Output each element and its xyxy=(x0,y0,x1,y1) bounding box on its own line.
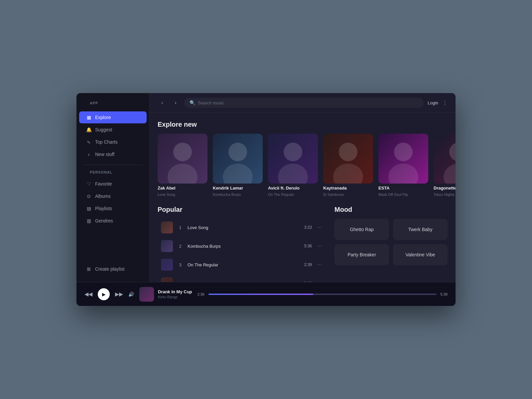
playlists-icon: ▤ xyxy=(86,205,92,211)
artist-name-5: ESTA xyxy=(378,186,428,191)
explore-icon: ▦ xyxy=(86,114,92,120)
track-num-2: 2 xyxy=(177,244,184,249)
top-charts-icon: ∿ xyxy=(86,139,92,145)
progress-fill xyxy=(208,294,313,295)
artist-name-3: Avicii ft. Derulo xyxy=(268,186,318,191)
sidebar-item-playlists[interactable]: ▤Playlists xyxy=(79,202,147,214)
artist-card-6[interactable]: Dragonette Tokyo Nights xyxy=(434,134,456,197)
track-thumb-3 xyxy=(161,259,173,271)
create-playlist-icon: ⊞ xyxy=(86,266,92,272)
artist-cards: Zak Abel Love Song Kendrik Lamar Kombuch… xyxy=(158,134,448,197)
svg-point-7 xyxy=(333,164,363,184)
track-thumb-4 xyxy=(161,277,173,282)
track-more-btn-3[interactable]: ⋯ xyxy=(316,261,323,268)
artist-image-5 xyxy=(378,134,428,184)
search-bar: 🔍 xyxy=(184,98,424,108)
popular-section-title: Popular xyxy=(158,206,327,213)
popular-column: Popular 1 Love Song 3:23 ⋯ 2 Kombucha Bu… xyxy=(158,206,327,282)
track-item-1[interactable]: 1 Love Song 3:23 ⋯ xyxy=(158,219,327,236)
artist-card-3[interactable]: Avicii ft. Derulo On The Regular xyxy=(268,134,318,197)
artist-name-6: Dragonette xyxy=(434,186,456,191)
svg-point-1 xyxy=(168,164,198,184)
artist-card-5[interactable]: ESTA Mask Off Soul Flip xyxy=(378,134,428,197)
albums-icon: ⊙ xyxy=(86,193,92,199)
artist-card-4[interactable]: Kaytranada El Sambroso xyxy=(323,134,373,197)
mood-card-party-breaker[interactable]: Party Breaker xyxy=(334,244,389,265)
next-button[interactable]: ▶▶ xyxy=(115,291,123,297)
player-bar: ◀◀ ▶ ▶▶ 🔊 Drank In My Cup Kirko Bangz 2:… xyxy=(76,282,456,306)
artist-song-1: Love Song xyxy=(158,193,207,197)
sidebar-item-gendres[interactable]: ▥Gendres xyxy=(79,215,147,227)
sidebar-label-playlists: Playlists xyxy=(95,206,112,211)
svg-point-6 xyxy=(339,143,357,161)
track-item-4[interactable]: 4 El Sambroso 3:26 ⋯ xyxy=(158,275,327,282)
track-duration-2: 5:36 xyxy=(304,244,312,248)
svg-point-4 xyxy=(284,143,302,161)
track-name-3: On The Regular xyxy=(188,262,300,267)
volume-icon[interactable]: 🔊 xyxy=(128,292,134,297)
sidebar-label-albums: Albums xyxy=(95,194,111,199)
main-area: App ▦Explore🔔Suggest∿Top Charts♪New stuf… xyxy=(76,93,456,282)
favorite-icon: ♡ xyxy=(86,181,92,187)
mood-column: Mood Ghetto RapTwerk BabyParty BreakerVa… xyxy=(334,206,448,282)
track-num-1: 1 xyxy=(177,225,184,230)
suggest-icon: 🔔 xyxy=(86,127,92,133)
sidebar-item-top-charts[interactable]: ∿Top Charts xyxy=(79,136,147,148)
sidebar-label-suggest: Suggest xyxy=(95,127,112,132)
sidebar-item-explore[interactable]: ▦Explore xyxy=(79,111,147,123)
track-item-3[interactable]: 3 On The Regular 2:39 ⋯ xyxy=(158,256,327,273)
track-thumb-1 xyxy=(161,221,173,233)
artist-image-6 xyxy=(434,134,456,184)
explore-section-title: Explore new xyxy=(158,121,448,128)
sidebar-item-albums[interactable]: ⊙Albums xyxy=(79,190,147,202)
artist-image-4 xyxy=(323,134,373,184)
sidebar-label-top-charts: Top Charts xyxy=(95,139,118,145)
sidebar-label-favorite: Favorite xyxy=(95,181,112,187)
prev-button[interactable]: ◀◀ xyxy=(84,291,92,297)
artist-image-3 xyxy=(268,134,318,184)
artist-name-4: Kaytranada xyxy=(323,186,373,191)
track-item-2[interactable]: 2 Kombucha Burps 5:36 ⋯ xyxy=(158,237,327,255)
play-button[interactable]: ▶ xyxy=(98,288,110,300)
search-input[interactable] xyxy=(198,100,418,105)
create-playlist-button[interactable]: ⊞ Create playlist xyxy=(79,263,147,275)
now-playing-title: Drank In My Cup xyxy=(158,289,192,294)
login-button[interactable]: Login xyxy=(428,100,438,105)
now-playing-artist: Kirko Bangz xyxy=(158,295,192,299)
svg-point-5 xyxy=(278,164,308,184)
sidebar-item-suggest[interactable]: 🔔Suggest xyxy=(79,124,147,136)
sidebar-item-new-stuff[interactable]: ♪New stuff xyxy=(79,148,147,160)
now-playing-thumb xyxy=(139,287,154,302)
now-playing: Drank In My Cup Kirko Bangz xyxy=(139,287,192,302)
nav-section: ▦Explore🔔Suggest∿Top Charts♪New stuff xyxy=(76,111,149,161)
gendres-icon: ▥ xyxy=(86,218,92,224)
mood-card-valentine-vibe[interactable]: Valentine Vibe xyxy=(393,244,448,265)
svg-point-9 xyxy=(388,164,418,184)
svg-point-2 xyxy=(228,143,247,161)
track-more-btn-2[interactable]: ⋯ xyxy=(316,243,323,249)
artist-card-2[interactable]: Kendrik Lamar Kombucha Burps xyxy=(213,134,263,197)
artist-song-6: Tokyo Nights xyxy=(434,193,456,197)
artist-card-1[interactable]: Zak Abel Love Song xyxy=(158,134,207,197)
mood-card-ghetto-rap[interactable]: Ghetto Rap xyxy=(334,219,389,240)
sidebar-label-explore: Explore xyxy=(95,115,111,120)
track-num-3: 3 xyxy=(177,262,184,267)
personal-section: ♡Favorite⊙Albums▤Playlists▥Gendres xyxy=(76,178,149,227)
artist-name-1: Zak Abel xyxy=(158,186,207,191)
artist-song-3: On The Regular xyxy=(268,193,318,197)
track-thumb-2 xyxy=(161,240,173,252)
progress-track[interactable] xyxy=(208,294,437,295)
artist-name-2: Kendrik Lamar xyxy=(213,186,263,191)
track-more-btn-1[interactable]: ⋯ xyxy=(316,224,323,231)
sidebar-item-favorite[interactable]: ♡Favorite xyxy=(79,178,147,190)
svg-point-0 xyxy=(173,143,192,161)
new-stuff-icon: ♪ xyxy=(86,151,92,157)
topbar: ‹ › 🔍 Login ⋮ xyxy=(150,93,456,113)
back-button[interactable]: ‹ xyxy=(158,98,167,107)
mood-card-twerk-baby[interactable]: Twerk Baby xyxy=(393,219,448,240)
more-options-button[interactable]: ⋮ xyxy=(442,100,448,106)
app-label: App xyxy=(83,101,105,105)
total-time: 5:39 xyxy=(441,292,448,296)
svg-point-8 xyxy=(394,143,413,161)
forward-button[interactable]: › xyxy=(171,98,180,107)
